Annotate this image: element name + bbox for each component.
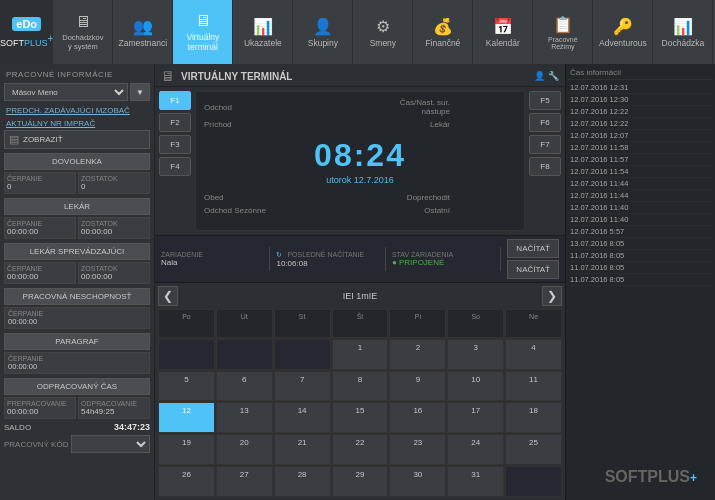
f4-button[interactable]: F4: [159, 157, 191, 176]
lekar-sprevod-btn[interactable]: LEKÁR SPREVÁDZAJÚCI: [4, 243, 150, 260]
saldo-row: SALDO 34:47:23: [4, 422, 150, 432]
calendar-day-cell[interactable]: 14: [274, 402, 331, 433]
dropdown-arrow-btn[interactable]: ▼: [130, 83, 150, 101]
nav-zamestnanci-label: Zamestnanci: [119, 38, 168, 48]
nav-dochadzkovy[interactable]: 🖥 Dochádzkový systém: [53, 0, 113, 64]
lekar-cerpanie: ČERPANIE 00:00:00: [4, 217, 76, 239]
calendar-day-cell[interactable]: 8: [332, 371, 389, 402]
calendar-day-cell[interactable]: 2: [389, 339, 446, 370]
calendar-day-cell[interactable]: 25: [505, 434, 562, 465]
aktualny-link[interactable]: AKTUÁLNY NR IMPRAČ: [4, 117, 150, 130]
f2-button[interactable]: F2: [159, 113, 191, 132]
calendar-day-cell[interactable]: 5: [158, 371, 215, 402]
nav-pracovne[interactable]: 📋 PracovnéRežimy: [533, 0, 593, 64]
time-log-entry: 12.07.2016 12:07: [568, 130, 713, 142]
softplus-watermark: SOFT PLUS +: [597, 464, 705, 490]
calendar-day-cell[interactable]: 9: [389, 371, 446, 402]
zobrazit-label: ZOBRAZIŤ: [23, 135, 63, 144]
nav-dochadzka-icon: 📊: [673, 17, 693, 36]
logo-edo: eDo: [12, 17, 41, 31]
calendar-day-cell[interactable]: 29: [332, 466, 389, 497]
calendar-day-cell[interactable]: 3: [447, 339, 504, 370]
employee-dropdown[interactable]: Mäsov Meno: [4, 83, 128, 101]
dovolenka-cerpanie: ČERPANIE 0: [4, 172, 76, 194]
bottom-section: ❮ IEI 1mIE ❯ PoUtStŠtPiSoNe1234567891011…: [155, 283, 565, 500]
odchod-label: Odchod: [204, 103, 274, 112]
dovolenka-cerpanie-label: ČERPANIE: [7, 175, 73, 182]
calendar-day-cell[interactable]: 21: [274, 434, 331, 465]
calendar-next-btn[interactable]: ❯: [542, 286, 562, 306]
calendar-day-cell[interactable]: 6: [216, 371, 273, 402]
f5-button[interactable]: F5: [529, 91, 561, 110]
f3-button[interactable]: F3: [159, 135, 191, 154]
status-bar: ZARIADENIE Nala ↻ POSLEDNÉ NAČÍTANIE 10:…: [155, 235, 565, 283]
nav-adventurous[interactable]: 🔑 Adventurous: [593, 0, 653, 64]
calendar-day-cell[interactable]: 22: [332, 434, 389, 465]
nav-kalendar[interactable]: 📅 Kalendár: [473, 0, 533, 64]
lekar-zostatok: ZOSTATOK 00:00:00: [78, 217, 150, 239]
pracovny-kod-select[interactable]: [71, 435, 150, 453]
nav-zamestnanci[interactable]: 👥 Zamestnanci: [113, 0, 173, 64]
calendar-day-cell[interactable]: 13: [216, 402, 273, 433]
predch-link[interactable]: PREDCH. ZADÁVAJÚCI MZOBAČ: [4, 104, 150, 117]
time-log-entry: 12.07.2016 11:54: [568, 166, 713, 178]
nav-dochadzka[interactable]: 📊 Dochádzka: [653, 0, 713, 64]
nacitat-button-2[interactable]: NAČÍTAŤ: [507, 260, 559, 279]
calendar-day-cell[interactable]: 18: [505, 402, 562, 433]
nav-virtualny-icon: 🖥: [195, 12, 211, 30]
center-panel: 🖥 VIRTUÁLNY TERMINÁL 👤 🔧 F1 F2 F3 F4 Odc…: [155, 64, 565, 500]
calendar-day-cell[interactable]: 26: [158, 466, 215, 497]
nacitat-button-1[interactable]: NAČÍTAŤ: [507, 239, 559, 258]
calendar-day-cell[interactable]: 17: [447, 402, 504, 433]
nav-ukazatele[interactable]: 📊 Ukazatele: [233, 0, 293, 64]
calendar-day-cell[interactable]: 11: [505, 371, 562, 402]
calendar-day-cell[interactable]: 27: [216, 466, 273, 497]
dovolenka-zostatok: ZOSTATOK 0: [78, 172, 150, 194]
f8-button[interactable]: F8: [529, 157, 561, 176]
lekar-btn[interactable]: LEKÁR: [4, 198, 150, 215]
calendar-day-cell[interactable]: 7: [274, 371, 331, 402]
nav-financne[interactable]: 💰 Finančné: [413, 0, 473, 64]
calendar-day-cell[interactable]: 16: [389, 402, 446, 433]
paragraf-btn[interactable]: PARAGRAF: [4, 333, 150, 350]
calendar-day-cell[interactable]: 10: [447, 371, 504, 402]
paragraf-section: PARAGRAF ČERPANIE 00:00:00: [4, 333, 150, 374]
calendar-prev-btn[interactable]: ❮: [158, 286, 178, 306]
f-buttons-right: F5 F6 F7 F8: [529, 91, 561, 231]
f6-button[interactable]: F6: [529, 113, 561, 132]
calendar-day-cell[interactable]: 4: [505, 339, 562, 370]
nav-smeny[interactable]: ⚙ Smeny: [353, 0, 413, 64]
time-log-header: Čas informácií: [568, 66, 713, 80]
f1-button[interactable]: F1: [159, 91, 191, 110]
dovolenka-btn[interactable]: DOVOLENKA: [4, 153, 150, 170]
zariadenie-val: Nala: [161, 258, 263, 267]
prepracovane-block: PREPRACOVANIE 00:00:00: [4, 397, 76, 419]
separator1: [269, 247, 270, 271]
nav-dochadzkovy-icon: 🖥: [75, 13, 91, 31]
nav-skupiny-label: Skupiny: [308, 38, 338, 48]
terminal-row-obed: Obed Doprechodit: [204, 193, 516, 202]
calendar-day-cell[interactable]: 15: [332, 402, 389, 433]
odpracovany-section: ODPRACOVANÝ ČAS PREPRACOVANIE 00:00:00 O…: [4, 378, 150, 419]
lekar-sprevod-cerpanie: ČERPANIE 00:00:00: [4, 262, 76, 284]
saldo-label: SALDO: [4, 423, 31, 432]
calendar-day-cell[interactable]: 20: [216, 434, 273, 465]
calendar-day-cell[interactable]: 19: [158, 434, 215, 465]
terminal-row-odchod: Odchod Čas/Nast. sur. nástupe: [204, 98, 516, 116]
calendar-day-cell[interactable]: 28: [274, 466, 331, 497]
nav-smeny-icon: ⚙: [376, 17, 390, 36]
time-log-entry: 12.07.2016 12:30: [568, 94, 713, 106]
calendar-day-cell[interactable]: 1: [332, 339, 389, 370]
calendar-day-cell[interactable]: 30: [389, 466, 446, 497]
calendar-day-cell[interactable]: 23: [389, 434, 446, 465]
odpracovany-row: PREPRACOVANIE 00:00:00 ODPRACOVANIE 54h4…: [4, 397, 150, 419]
terminal-rows: Odchod Čas/Nast. sur. nástupe Príchod Le…: [196, 92, 524, 221]
pracovne-section: PRACOVNÁ NESCHOPNOSŤ ČERPANIE 00:00:00: [4, 288, 150, 329]
calendar-day-cell[interactable]: 12: [158, 402, 215, 433]
nav-virtualny[interactable]: 🖥 Virtuálnyterminál: [173, 0, 233, 64]
pracovne-btn[interactable]: PRACOVNÁ NESCHOPNOSŤ: [4, 288, 150, 305]
nav-skupiny[interactable]: 👤 Skupiny: [293, 0, 353, 64]
f7-button[interactable]: F7: [529, 135, 561, 154]
calendar-day-cell[interactable]: 31: [447, 466, 504, 497]
calendar-day-cell[interactable]: 24: [447, 434, 504, 465]
